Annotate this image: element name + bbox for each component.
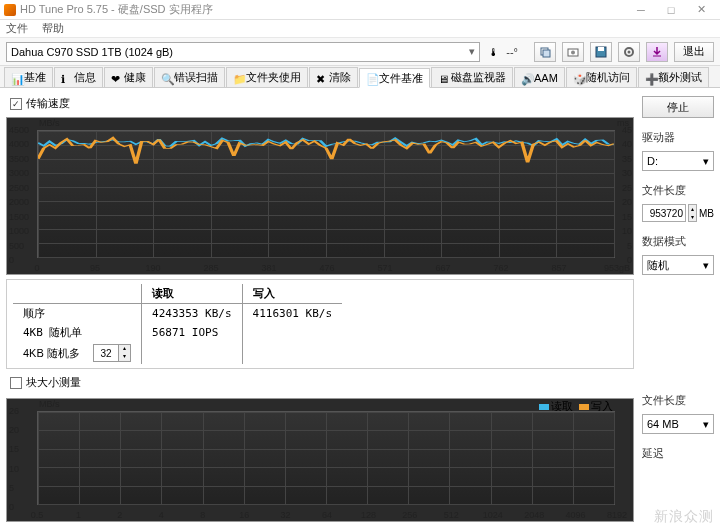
drive-letter-select[interactable]: D:▾ xyxy=(642,151,714,171)
watermark: 新浪众测 xyxy=(654,508,714,526)
drive-label: 驱动器 xyxy=(642,130,714,145)
erase-icon: ✖ xyxy=(316,73,326,83)
blocksize-chart: MB/s 读取 写入 26201510500.51248163264128256… xyxy=(6,398,634,522)
tab-erase[interactable]: ✖清除 xyxy=(309,67,358,87)
tab-aam[interactable]: 🔊AAM xyxy=(514,67,565,87)
chart1-plot xyxy=(37,130,615,258)
folder-icon: 📁 xyxy=(233,73,243,83)
filelen-label: 文件长度 xyxy=(642,183,714,198)
download-button[interactable] xyxy=(646,42,668,62)
chart2-plot xyxy=(37,411,615,505)
menu-help[interactable]: 帮助 xyxy=(42,21,64,36)
settings-button[interactable] xyxy=(618,42,640,62)
row-seq-label: 顺序 xyxy=(13,304,142,324)
filelen2-label: 文件长度 xyxy=(642,393,714,408)
svg-rect-1 xyxy=(543,50,550,57)
toolbar: Dahua C970 SSD 1TB (1024 gB) ▾ 🌡 --° 退出 xyxy=(0,38,720,66)
monitor-icon: 🖥 xyxy=(438,73,448,83)
copy-button[interactable] xyxy=(534,42,556,62)
multi-spinner[interactable]: ▴▾ xyxy=(93,344,131,362)
blocksize-checkbox-row: 块大小测量 xyxy=(6,373,634,392)
chevron-down-icon: ▾ xyxy=(469,45,475,58)
tab-bar: 📊基准 ℹ信息 ❤健康 🔍错误扫描 📁文件夹使用 ✖清除 📄文件基准 🖥磁盘监视… xyxy=(0,66,720,88)
exit-button[interactable]: 退出 xyxy=(674,42,714,62)
window-title: HD Tune Pro 5.75 - 硬盘/SSD 实用程序 xyxy=(20,2,626,17)
content-area: ✓ 传输速度 MB/s ms 4500400035003000250020001… xyxy=(0,88,720,530)
tab-benchmark[interactable]: 📊基准 xyxy=(4,67,53,87)
svg-point-7 xyxy=(628,50,631,53)
info-icon: ℹ xyxy=(61,73,71,83)
chart1-unit-left: MB/s xyxy=(39,118,60,128)
svg-point-3 xyxy=(571,50,575,54)
app-icon xyxy=(4,4,16,16)
stop-button[interactable]: 停止 xyxy=(642,96,714,118)
titlebar: HD Tune Pro 5.75 - 硬盘/SSD 实用程序 ─ □ ✕ xyxy=(0,0,720,20)
seq-read-value: 4243353 KB/s xyxy=(142,304,242,324)
row-4kb-multi-label: 4KB 随机多 ▴▾ xyxy=(13,342,142,364)
filelen-input[interactable] xyxy=(642,204,686,222)
thermometer-icon: 🌡 xyxy=(486,43,500,61)
save-button[interactable] xyxy=(590,42,612,62)
tab-extra[interactable]: ➕额外测试 xyxy=(638,67,709,87)
spin-up[interactable]: ▴ xyxy=(118,345,130,353)
results-table: 读取写入 顺序4243353 KB/s4116301 KB/s 4KB 随机单5… xyxy=(6,279,634,369)
datamode-label: 数据模式 xyxy=(642,234,714,249)
close-button[interactable]: ✕ xyxy=(686,1,716,19)
chevron-down-icon: ▾ xyxy=(703,155,709,168)
menu-file[interactable]: 文件 xyxy=(6,21,28,36)
delay-label: 延迟 xyxy=(642,446,714,461)
heart-icon: ❤ xyxy=(111,73,121,83)
menubar: 文件 帮助 xyxy=(0,20,720,38)
screenshot-button[interactable] xyxy=(562,42,584,62)
side-panel: 停止 驱动器 D:▾ 文件长度 ▴▾ MB 数据模式 随机▾ 文件长度 64 M… xyxy=(642,94,714,524)
transfer-checkbox-row: ✓ 传输速度 xyxy=(6,94,634,113)
iops-value: 56871 IOPS xyxy=(142,323,242,342)
blocksize-label: 块大小测量 xyxy=(26,375,81,390)
datamode-select[interactable]: 随机▾ xyxy=(642,255,714,275)
row-4kb-single-label: 4KB 随机单 xyxy=(13,323,142,342)
tab-health[interactable]: ❤健康 xyxy=(104,67,153,87)
chart2-unit-left: MB/s xyxy=(39,399,60,409)
tab-folder[interactable]: 📁文件夹使用 xyxy=(226,67,308,87)
transfer-label: 传输速度 xyxy=(26,96,70,111)
gauge-icon: 📊 xyxy=(11,73,21,83)
svg-rect-5 xyxy=(598,47,604,51)
chevron-down-icon: ▾ xyxy=(703,259,709,272)
chevron-down-icon: ▾ xyxy=(703,418,709,431)
drive-select[interactable]: Dahua C970 SSD 1TB (1024 gB) ▾ xyxy=(6,42,480,62)
tab-filebench[interactable]: 📄文件基准 xyxy=(359,68,430,88)
tab-random[interactable]: 🎲随机访问 xyxy=(566,67,637,87)
tab-monitor[interactable]: 🖥磁盘监视器 xyxy=(431,67,513,87)
filelen2-select[interactable]: 64 MB▾ xyxy=(642,414,714,434)
seq-write-value: 4116301 KB/s xyxy=(242,304,342,324)
transfer-chart: MB/s ms 45004000350030002500200015001000… xyxy=(6,117,634,275)
tab-info[interactable]: ℹ信息 xyxy=(54,67,103,87)
filelen-unit: MB xyxy=(699,208,714,219)
minimize-button[interactable]: ─ xyxy=(626,1,656,19)
blocksize-checkbox[interactable] xyxy=(10,377,22,389)
file-icon: 📄 xyxy=(366,73,376,83)
tab-errorscan[interactable]: 🔍错误扫描 xyxy=(154,67,225,87)
random-icon: 🎲 xyxy=(573,73,583,83)
temperature-value: --° xyxy=(506,46,528,58)
search-icon: 🔍 xyxy=(161,73,171,83)
filelen-spinner[interactable]: ▴▾ xyxy=(688,204,697,222)
extra-icon: ➕ xyxy=(645,73,655,83)
spin-down[interactable]: ▾ xyxy=(118,353,130,361)
drive-select-value: Dahua C970 SSD 1TB (1024 gB) xyxy=(11,46,173,58)
sound-icon: 🔊 xyxy=(521,73,531,83)
maximize-button[interactable]: □ xyxy=(656,1,686,19)
transfer-checkbox[interactable]: ✓ xyxy=(10,98,22,110)
